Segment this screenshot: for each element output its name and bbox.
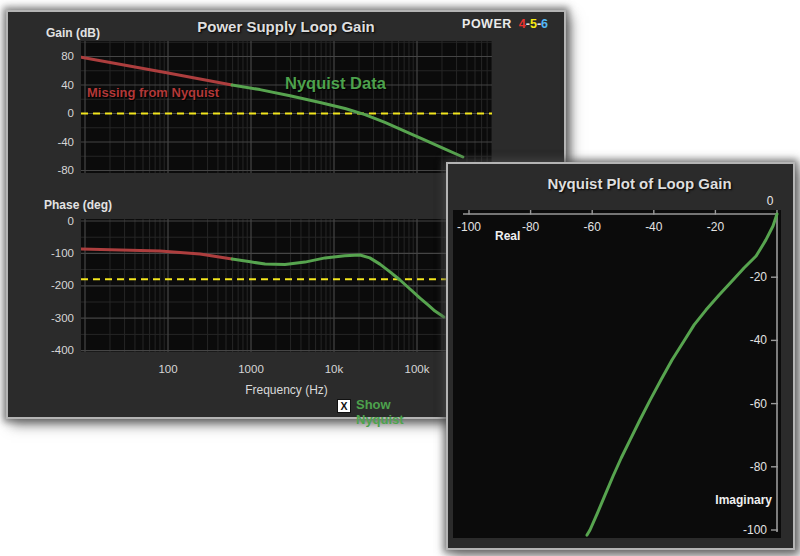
gain-plot-svg (81, 41, 492, 173)
nyquist-imag-tick-label: -80 (750, 460, 768, 474)
nyquist-real-tick-label: -20 (707, 220, 725, 234)
brand-name: POWER (462, 17, 512, 31)
brand-digits: 4-5-6 (519, 17, 548, 31)
nyquist-real-tick-label: -60 (584, 220, 602, 234)
freq-xtick-label: 100k (387, 362, 447, 377)
real-axis-label: Real (495, 229, 520, 243)
gain-plot-area (81, 41, 492, 173)
phase-ytick-label: -200 (28, 278, 74, 293)
brand-digit: 6 (541, 17, 548, 31)
phase-plot-area (81, 219, 492, 352)
brand-digit: 4 (519, 17, 526, 31)
show-nyquist-checkbox[interactable]: X (337, 399, 351, 413)
gain-axis-title: Gain (dB) (46, 26, 100, 40)
gain-ytick-label: 40 (28, 78, 74, 93)
phase-ytick-label: -300 (28, 311, 74, 326)
brand-digit: 5 (530, 17, 537, 31)
nyquist-imag-tick-label: -40 (750, 333, 768, 347)
real-axis-zero-tick-label: 0 (762, 194, 778, 208)
brand-logo: POWER4-5-6 (462, 17, 548, 31)
missing-from-nyquist-annotation: Missing from Nyquist (87, 85, 219, 100)
phase-ytick-label: -400 (28, 343, 74, 358)
nyquist-plot-svg: -100-80-60-40-20-20-40-60-80-100 (453, 210, 781, 538)
phase-axis-title: Phase (deg) (44, 198, 112, 212)
show-nyquist-label[interactable]: Show Nyquist (356, 397, 404, 427)
gain-ytick-label: 80 (28, 49, 74, 64)
nyquist-plot-window: Nyquist Plot of Loop Gain 0 -100-80-60-4… (446, 162, 795, 550)
nyquist-real-tick-label: -80 (522, 220, 540, 234)
nyquist-imag-tick-label: -100 (743, 523, 767, 537)
checkbox-check-icon: X (340, 400, 347, 412)
phase-ytick-label: -100 (28, 246, 74, 261)
imaginary-axis-label: Imaginary (715, 493, 772, 507)
frequency-axis-label: Frequency (Hz) (81, 383, 492, 397)
freq-xtick-label: 1000 (221, 362, 281, 377)
nyquist-real-tick-label: -100 (457, 220, 481, 234)
nyquist-imag-tick-label: -20 (750, 270, 768, 284)
nyquist-imag-tick-label: -60 (750, 397, 768, 411)
freq-xtick-label: 100 (138, 362, 198, 377)
phase-ytick-label: 0 (28, 214, 74, 229)
gain-ytick-label: -80 (28, 163, 74, 178)
nyquist-plot-area: -100-80-60-40-20-20-40-60-80-100 (453, 210, 781, 538)
nyquist-data-annotation: Nyquist Data (285, 74, 386, 93)
nyquist-window-title: Nyquist Plot of Loop Gain (448, 175, 793, 192)
nyquist-real-tick-label: -40 (645, 220, 663, 234)
gain-ytick-label: 0 (28, 106, 74, 121)
gain-ytick-label: -40 (28, 135, 74, 150)
screen: Power Supply Loop Gain POWER4-5-6 Gain (… (0, 0, 800, 556)
freq-xtick-label: 10k (304, 362, 364, 377)
phase-plot-svg (81, 219, 492, 352)
